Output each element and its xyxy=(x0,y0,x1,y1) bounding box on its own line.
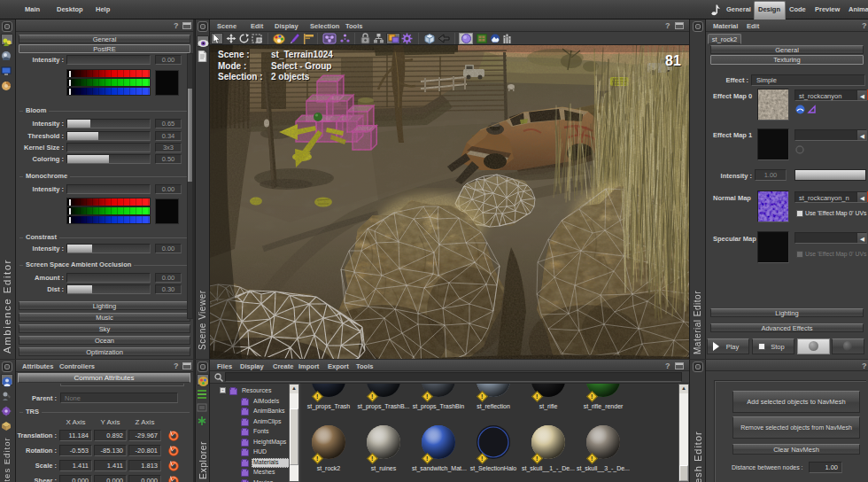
svg-text:Selection :: Selection : xyxy=(218,72,263,82)
svg-text:Select - Group: Select - Group xyxy=(271,61,331,71)
svg-text:Scene :: Scene : xyxy=(218,50,250,59)
svg-text:st_Terrain1024: st_Terrain1024 xyxy=(271,50,333,59)
svg-text:2 objects: 2 objects xyxy=(271,72,310,82)
svg-text:81: 81 xyxy=(665,53,681,68)
svg-text:Mode :: Mode : xyxy=(218,61,246,71)
